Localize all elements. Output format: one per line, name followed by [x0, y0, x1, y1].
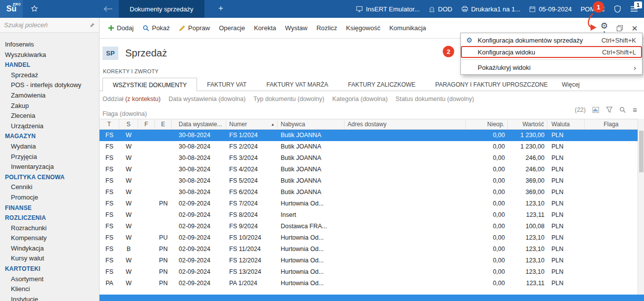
sidebar-item-rozrachunki[interactable]: Rozrachunki	[0, 223, 99, 234]
sidebar-item-urzadzenia[interactable]: Urządzenia	[0, 121, 99, 132]
sidebar-item-kompensaty[interactable]: Kompensaty	[0, 233, 99, 244]
cell-flaga	[585, 209, 638, 221]
new-tab-button[interactable]: +	[215, 3, 227, 13]
column-header-f[interactable]: F	[138, 119, 155, 129]
sidebar-item-kursy-walut[interactable]: Kursy walut	[0, 253, 99, 264]
column-header-nabywca[interactable]: Nabywca	[278, 119, 345, 129]
settings-gear-button[interactable]: ⚙ ▾	[600, 22, 608, 34]
sidebar-item-zakup[interactable]: Zakup	[0, 101, 99, 111]
tab-faktury-zaliczkowe[interactable]: FAKTURY ZALICZKOWE	[338, 78, 425, 91]
sort-asc-icon: ▲	[271, 120, 275, 129]
column-header-waluta[interactable]: Waluta	[547, 119, 585, 129]
tab-faktury-vat[interactable]: FAKTURY VAT	[197, 78, 256, 91]
sidebar-item-windykacja[interactable]: Windykacja	[0, 244, 99, 254]
column-header-flaga[interactable]: Flaga	[585, 119, 638, 129]
toolbar-button-wystaw[interactable]: Wystaw	[281, 22, 312, 35]
sidebar-item-przyjecia[interactable]: Przyjęcia	[0, 152, 99, 162]
toolbar-button-rozlicz[interactable]: Rozlicz	[312, 22, 342, 35]
sidebar-item-wydania[interactable]: Wydania	[0, 142, 99, 152]
tab-faktury-vat-marza[interactable]: FAKTURY VAT MARŻA	[256, 78, 338, 91]
toolbar-button-pokaz[interactable]: Pokaż	[138, 22, 174, 35]
close-icon[interactable]: ×	[632, 23, 638, 33]
sidebar-item-promocje[interactable]: Promocje	[0, 193, 99, 203]
tab-more[interactable]: Więcej	[562, 78, 580, 91]
sidebar-item-instytucje[interactable]: Instytucje	[0, 295, 99, 301]
search-icon[interactable]	[619, 106, 626, 113]
column-header-s[interactable]: S	[119, 119, 138, 129]
filter-oddzial[interactable]: Oddział (z kontekstu)	[102, 96, 160, 102]
column-header-label: Nabywca	[281, 121, 305, 128]
toolbar-button-operacje[interactable]: Operacje	[214, 22, 249, 35]
cell-nabywca: Butik JOANNA	[278, 130, 345, 141]
emulator-item[interactable]: InsERT Emulator...	[356, 5, 420, 13]
toolbar-button-ksiegowosc[interactable]: Księgowość	[342, 22, 385, 35]
cell-nieop: 0,00	[466, 255, 508, 266]
table-row[interactable]: FSW30-08-2024FS 2/2024Butik JOANNA0,001 …	[99, 141, 638, 152]
document-tab[interactable]: Dokumenty sprzedaży	[119, 0, 204, 18]
column-header-nieop[interactable]: Nieop.	[466, 119, 508, 129]
filter-flaga[interactable]: Flaga (dowolna)	[102, 110, 147, 117]
window-restore-icon[interactable]	[616, 25, 623, 32]
app-logo[interactable]: Sü PRO	[0, 0, 23, 18]
table-row[interactable]: FSW30-08-2024FS 6/2024Butik JOANNA0,0036…	[99, 187, 638, 198]
filter-value: (dowolny)	[447, 96, 474, 102]
tab-paragony-i-faktury-uproszczone[interactable]: PARAGONY I FAKTURY UPROSZCZONE	[425, 78, 557, 91]
vertical-scrollbar[interactable]	[638, 119, 644, 295]
sidebar-item-pos-interfejs-dotykowy[interactable]: POS - interfejs dotykowy	[0, 80, 99, 91]
table-row[interactable]: FSWPN02-09-2024FS 7/2024Hurtownia Od...0…	[99, 198, 638, 209]
pin-icon[interactable]	[89, 22, 95, 28]
sidebar-item-zlecenia[interactable]: Zlecenia	[0, 111, 99, 121]
toolbar-button-komunikacja[interactable]: Komunikacja	[385, 22, 430, 35]
sidebar-item-sprzedaz[interactable]: Sprzedaż	[0, 70, 99, 81]
toolbar-button-popraw[interactable]: Popraw	[174, 22, 214, 35]
menu-item-pokaz-ukryj-widoki[interactable]: Pokaż/ukryj widoki›	[461, 61, 642, 73]
cell-data: 30-08-2024	[172, 152, 226, 164]
shield-item[interactable]	[614, 5, 621, 13]
column-header-adres[interactable]: Adres dostawy	[345, 119, 466, 129]
table-row[interactable]: FSWPN02-09-2024FS 12/2024Hurtownia Od...…	[99, 255, 638, 266]
toolbar-button-korekta[interactable]: Korekta	[249, 22, 281, 35]
scrollbar-thumb[interactable]	[639, 131, 644, 172]
toolbar-button-dodaj[interactable]: Dodaj	[103, 22, 138, 35]
sidebar-item-inwentaryzacja[interactable]: Inwentaryzacja	[0, 162, 99, 172]
column-header-wartosc[interactable]: Wartość	[508, 119, 547, 129]
table-row[interactable]: FSWPU02-09-2024FS 10/2024Hurtownia Od...…	[99, 232, 638, 244]
sidebar-nav: InfoserwisWyszukiwarkaHANDELSprzedażPOS …	[0, 33, 99, 301]
chart-icon[interactable]	[592, 106, 599, 113]
sidebar-item-wyszukiwarka[interactable]: Wyszukiwarka	[0, 50, 99, 60]
date-item[interactable]: 05-09-2024	[529, 5, 572, 13]
help-item[interactable]: POMOC	[581, 5, 605, 13]
menu-item-konfiguracja-widoku[interactable]: Konfiguracja widokuCtrl+Shift+L	[461, 46, 642, 58]
printer-item[interactable]: Drukarka1 na 1...	[461, 5, 521, 13]
filter-funnel-icon[interactable]	[606, 106, 613, 113]
sidebar-item-infoserwis[interactable]: Infoserwis	[0, 40, 99, 50]
table-row[interactable]: PAWPN02-09-2024PA 1/2024Hurtownia Od...0…	[99, 278, 638, 289]
grid-menu-icon[interactable]: ≡	[633, 106, 637, 113]
sidebar-item-asortyment[interactable]: Asortyment	[0, 274, 99, 285]
filter-data-wystawienia[interactable]: Data wystawienia (dowolna)	[168, 96, 246, 102]
column-header-numer[interactable]: Numer▲	[226, 119, 278, 129]
company-item[interactable]: DOD	[429, 5, 452, 13]
menu-item-konfiguracja-dokumentow-sprzedazy[interactable]: ⚙Konfiguracja dokumentów sprzedażyCtrl+S…	[461, 34, 642, 46]
column-header-data[interactable]: Data wystawie...	[172, 119, 226, 129]
table-row[interactable]: FSWPN02-09-2024FS 13/2024Hurtownia Od...…	[99, 266, 638, 278]
filter-status-dokumentu[interactable]: Status dokumentu (dowolny)	[396, 96, 474, 102]
table-row[interactable]: FSW30-08-2024FS 1/2024Butik JOANNA0,001 …	[99, 130, 638, 141]
filter-typ-dokumentu[interactable]: Typ dokumentu (dowolny)	[253, 96, 324, 102]
sidebar-item-cenniki[interactable]: Cenniki	[0, 182, 99, 193]
sidebar-item-klienci[interactable]: Klienci	[0, 284, 99, 295]
sidebar-item-zamowienia[interactable]: Zamówienia	[0, 91, 99, 101]
table-row[interactable]: FSW02-09-2024FS 9/2024Dostawca FRA...0,0…	[99, 221, 638, 232]
table-row[interactable]: FSW02-09-2024FS 8/2024Insert0,00123,11PL…	[99, 209, 638, 221]
column-header-t[interactable]: T	[99, 119, 119, 129]
favorites-star-icon[interactable]	[31, 5, 38, 12]
search-input[interactable]	[4, 21, 89, 29]
table-row[interactable]: FSW30-08-2024FS 4/2024Butik JOANNA0,0024…	[99, 164, 638, 175]
table-row[interactable]: FSW30-08-2024FS 5/2024Butik JOANNA0,0036…	[99, 175, 638, 187]
filter-kategoria[interactable]: Kategoria (dowolna)	[332, 96, 388, 102]
table-row[interactable]: FSW30-08-2024FS 3/2024Butik JOANNA0,0024…	[99, 152, 638, 164]
back-arrow-icon[interactable]	[103, 5, 113, 12]
table-row[interactable]: FSBPN02-09-2024FS 11/2024Hurtownia Od...…	[99, 244, 638, 255]
column-header-e[interactable]: E	[155, 119, 172, 129]
tab-wszystkie-dokumenty[interactable]: WSZYSTKIE DOKUMENTY	[102, 78, 197, 91]
